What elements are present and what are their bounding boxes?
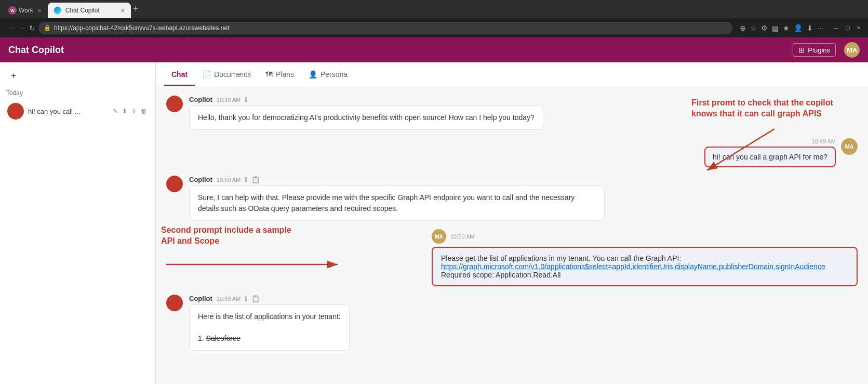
download-icon[interactable]: ⬇	[807, 24, 813, 32]
annotation-2-container: Second prompt include a sample API and S…	[161, 225, 301, 280]
browser-nav: ← → ↻	[8, 24, 35, 32]
user-avatar-2: MA	[432, 229, 446, 244]
browser-address-bar: ← → ↻ 🔒 https://app-copichat-42mxk5unvvu…	[0, 18, 868, 37]
user-message-content-2: MA 10:50 AM Please get the list of appli…	[432, 229, 858, 286]
lock-icon: 🔒	[44, 24, 51, 31]
message-info-icon-1[interactable]: ℹ	[245, 96, 247, 103]
annotation-2-text: Second prompt include a sample API and S…	[161, 225, 301, 247]
user-message-text-after: Required scope: Application.Read.All	[441, 271, 560, 279]
chat-item-title: hi! can you call ...	[28, 108, 108, 115]
user-message-header-2: MA 10:50 AM	[432, 229, 858, 244]
forward-button[interactable]: →	[19, 24, 26, 32]
sidebar: + Today hi! can you call ... ✎ ⬇ ⇪ 🗑	[0, 62, 156, 384]
message-bubble-3: Sure, I can help with that. Please provi…	[189, 186, 605, 221]
user-message-inner-2: MA 10:50 AM Please get the list of appli…	[432, 229, 858, 286]
profile-icon[interactable]: 👤	[794, 24, 803, 32]
tab-title: Chat Copilot	[65, 7, 116, 14]
header-actions: ⊞ Plugins MA	[793, 42, 860, 58]
work-tab-label: Work	[19, 7, 33, 14]
message-time-3: 10:50 AM	[217, 177, 241, 183]
user-message-text-before: Please get the list of applications in m…	[441, 254, 681, 262]
plans-icon: 🗺	[265, 70, 273, 78]
menu-icon[interactable]: ···	[817, 24, 823, 32]
copilot-avatar-3	[166, 176, 183, 192]
message-info-icon-3[interactable]: ℹ	[245, 176, 247, 183]
message-text-5: Here is the list of applications in your…	[198, 311, 341, 322]
work-tab[interactable]: W Work ✕	[4, 3, 46, 18]
today-label: Today	[4, 85, 151, 99]
read-mode-icon[interactable]: ⊕	[740, 24, 746, 32]
list-item-text-1: Salesforce	[206, 334, 241, 342]
list-item-1: 1. Salesforce	[198, 333, 341, 344]
message-text-1: Hello, thank you for democratizing AI's …	[198, 113, 535, 122]
sender-name-3: Copilot	[189, 176, 212, 183]
tab-documents[interactable]: 📄 Documents	[195, 64, 258, 86]
new-chat-button[interactable]: +	[6, 69, 21, 83]
copilot-avatar-5	[166, 295, 183, 311]
persona-icon: 👤	[309, 70, 317, 78]
documents-icon: 📄	[202, 70, 211, 78]
favorites-bar-icon[interactable]: ★	[783, 24, 790, 32]
content-area: Chat 📄 Documents 🗺 Plans 👤 Persona	[156, 62, 868, 384]
tab-chat[interactable]: Chat	[164, 64, 195, 86]
message-info-icon-5[interactable]: ℹ	[245, 295, 247, 302]
message-header-5: Copilot 10:50 AM ℹ 📋	[189, 295, 350, 302]
plugins-label: Plugins	[808, 46, 830, 54]
message-content-3: Copilot 10:50 AM ℹ 📋 Sure, I can help wi…	[189, 176, 605, 221]
sidebar-chat-item[interactable]: hi! can you call ... ✎ ⬇ ⇪ 🗑	[4, 99, 151, 124]
browser-actions: ⊕ ☆ ⚙ ▤ ★ 👤 ⬇ ···	[740, 24, 823, 32]
message-header-3: Copilot 10:50 AM ℹ 📋	[189, 176, 605, 183]
graph-api-link[interactable]: https://graph.microsoft.com/v1.0/applica…	[441, 262, 825, 271]
message-time-5: 10:50 AM	[217, 296, 241, 302]
address-bar[interactable]: 🔒 https://app-copichat-42mxk5unvvu7s-web…	[38, 22, 732, 34]
content-main: Copilot 10:39 AM ℹ Hello, thank you for …	[156, 87, 868, 384]
svg-line-0	[707, 129, 774, 170]
message-time-1: 10:39 AM	[217, 97, 241, 103]
chat-item-avatar	[7, 103, 24, 120]
message-copy-icon-5[interactable]: 📋	[251, 295, 260, 302]
main-layout: + Today hi! can you call ... ✎ ⬇ ⇪ 🗑 Cha…	[0, 62, 868, 384]
annotation-1-container: First promt to check that the copilot kn…	[691, 98, 852, 176]
message-header-1: Copilot 10:39 AM ℹ	[189, 96, 543, 103]
content-tabs: Chat 📄 Documents 🗺 Plans 👤 Persona	[156, 62, 868, 87]
annotation-1-text: First promt to check that the copilot kn…	[691, 98, 852, 120]
annotation-2-arrow	[161, 249, 348, 280]
delete-chat-icon[interactable]: 🗑	[140, 107, 148, 116]
user-message-bubble-2: Please get the list of applications in m…	[432, 247, 858, 286]
edit-chat-icon[interactable]: ✎	[112, 107, 119, 116]
reload-button[interactable]: ↻	[29, 24, 35, 32]
url-text: https://app-copichat-42mxk5unvvu7s-webap…	[54, 24, 230, 32]
tab-persona[interactable]: 👤 Persona	[301, 64, 355, 86]
extensions-icon[interactable]: ⚙	[761, 24, 768, 32]
tab-bar: W Work ✕ Chat Copilot ✕ +	[0, 0, 868, 18]
messages-scroll-area[interactable]: Copilot 10:39 AM ℹ Hello, thank you for …	[156, 87, 868, 384]
active-tab[interactable]: Chat Copilot ✕	[48, 3, 131, 18]
work-avatar: W	[8, 6, 17, 15]
message-bubble-5: Here is the list of applications in your…	[189, 304, 350, 351]
chat-item-actions: ✎ ⬇ ⇪ 🗑	[112, 107, 148, 116]
download-chat-icon[interactable]: ⬇	[121, 107, 128, 116]
collections-icon[interactable]: ▤	[772, 24, 779, 32]
app-title: Chat Copilot	[8, 45, 793, 56]
user-message-time-2: 10:50 AM	[450, 233, 474, 240]
back-button[interactable]: ←	[8, 24, 16, 32]
message-copy-icon-3[interactable]: 📋	[251, 176, 260, 183]
new-tab-button[interactable]: +	[133, 4, 139, 15]
tab-close-button[interactable]: ✕	[121, 8, 125, 14]
user-avatar[interactable]: MA	[844, 42, 860, 58]
message-bubble-1: Hello, thank you for democratizing AI's …	[189, 105, 543, 130]
work-tab-close[interactable]: ✕	[37, 8, 42, 14]
message-text-3: Sure, I can help with that. Please provi…	[198, 193, 575, 213]
maximize-window[interactable]: ▢	[842, 23, 852, 33]
annotation-1-arrow	[691, 124, 785, 176]
favorites-icon[interactable]: ☆	[750, 24, 757, 32]
sender-name-5: Copilot	[189, 295, 212, 302]
message-content-5: Copilot 10:50 AM ℹ 📋 Here is the list of…	[189, 295, 350, 351]
tab-plans[interactable]: 🗺 Plans	[258, 64, 301, 86]
close-window[interactable]: ✕	[853, 23, 864, 33]
minimize-window[interactable]: —	[831, 23, 841, 33]
plugins-grid-icon: ⊞	[798, 46, 805, 54]
share-chat-icon[interactable]: ⇪	[130, 107, 138, 116]
plugins-button[interactable]: ⊞ Plugins	[793, 43, 836, 57]
message-row-5: Copilot 10:50 AM ℹ 📋 Here is the list of…	[166, 295, 858, 351]
